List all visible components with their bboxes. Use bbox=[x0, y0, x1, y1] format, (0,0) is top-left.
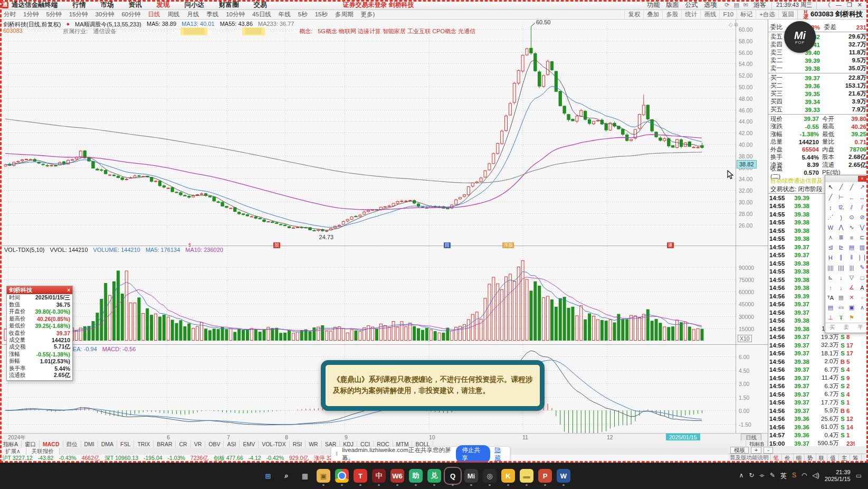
draw-tool-icon-18[interactable]: ∿ bbox=[846, 222, 857, 232]
tool-返回[interactable]: 返回 bbox=[778, 10, 797, 19]
draw-tool-icon-44[interactable]: ᵀA bbox=[825, 293, 836, 303]
taskbar-mi-app[interactable]: Mi bbox=[464, 469, 478, 483]
edition-note[interactable]: 普及版功能说明 bbox=[728, 454, 771, 462]
period-日线[interactable]: 日线 bbox=[144, 10, 164, 19]
taskbar-powerpoint[interactable]: P bbox=[538, 469, 552, 483]
draw-tool-icon-6[interactable]: ← bbox=[846, 192, 857, 202]
draw-tool-icon-52[interactable]: ⊥ bbox=[825, 313, 836, 323]
draw-tool-icon-13[interactable]: ) bbox=[836, 212, 846, 222]
period-30分钟[interactable]: 30分钟 bbox=[92, 10, 118, 19]
sidebar-tab-筹[interactable]: 筹 bbox=[850, 454, 862, 462]
draw-tool-icon-15[interactable]: ⊘ bbox=[857, 212, 867, 222]
draw-tool-icon-22[interactable]: ≡ bbox=[846, 232, 857, 242]
taskbar-wechat[interactable]: 兑 bbox=[427, 469, 441, 483]
titlebar-icon-1[interactable]: ▤ bbox=[733, 2, 739, 8]
notification-icon[interactable]: ▭ bbox=[856, 472, 862, 479]
draw-tool-icon-7[interactable]: ↔ bbox=[857, 192, 867, 202]
draw-tool-icon-23[interactable]: ⊏ bbox=[857, 232, 867, 242]
buy-row[interactable]: 买五39.337.9万 bbox=[768, 106, 868, 114]
period-60分钟[interactable]: 60分钟 bbox=[118, 10, 144, 19]
draw-tool-icon-40[interactable]: ↑ bbox=[825, 283, 836, 293]
draw-tool-icon-50[interactable]: ▣ bbox=[846, 303, 857, 313]
draw-tool-icon-42[interactable]: ∡ bbox=[846, 283, 857, 293]
draw-tool-icon-30[interactable]: ⦀ bbox=[846, 252, 857, 262]
indicator-tab-WR[interactable]: WR bbox=[306, 440, 322, 448]
event-marker-icon[interactable]: 股 bbox=[273, 242, 280, 248]
period-15秒[interactable]: 15秒 bbox=[311, 10, 331, 19]
draw-tool-icon-17[interactable]: ⋀ bbox=[836, 222, 846, 232]
indicator-tab-BRAR[interactable]: BRAR bbox=[154, 440, 176, 448]
draw-tool-icon-45[interactable]: ▦ bbox=[836, 293, 846, 303]
menu-发现[interactable]: 发现 bbox=[149, 0, 177, 10]
indicator-tab-MACD[interactable]: MACD bbox=[40, 440, 63, 448]
period-分时[interactable]: 分时 bbox=[0, 10, 20, 19]
draw-foot-买[interactable]: 买 bbox=[829, 324, 835, 331]
taskbar-start[interactable]: ⊞ bbox=[261, 469, 275, 483]
period-更多)[interactable]: 更多) bbox=[357, 10, 379, 19]
taskbar-clock[interactable]: 21:39 2025/1/15 bbox=[825, 469, 851, 483]
draw-tool-icon-47[interactable]: ▫ bbox=[857, 293, 867, 303]
draw-tool-icon-11[interactable]: ⫽ bbox=[857, 202, 867, 212]
sidebar-tab-笔[interactable]: 笔 bbox=[771, 454, 783, 462]
indicator-tab-OBV[interactable]: OBV bbox=[205, 440, 224, 448]
titlebar-icon-0[interactable]: ⟳ bbox=[724, 2, 729, 8]
window-button-0[interactable]: 《 bbox=[822, 0, 833, 10]
indicator-tab-RSI[interactable]: RSI bbox=[290, 440, 306, 448]
draw-tool-icon-21[interactable]: ≣ bbox=[836, 232, 846, 242]
draw-tool-icon-33[interactable]: |||| bbox=[836, 262, 846, 272]
tray-ime-lang-icon[interactable]: 英 bbox=[780, 472, 787, 481]
indicator-tab-ASI[interactable]: ASI bbox=[224, 440, 240, 448]
taskbar-wind[interactable]: W6 bbox=[390, 469, 404, 483]
tray-wifi-icon[interactable]: ◠ bbox=[802, 472, 807, 481]
taskbar-red-app[interactable]: 中 bbox=[372, 469, 386, 483]
indicator-tab-CR[interactable]: CR bbox=[176, 440, 190, 448]
tool-复权[interactable]: 复权 bbox=[624, 10, 643, 19]
draw-tool-icon-39[interactable]: □ bbox=[857, 272, 867, 283]
draw-tool-icon-19[interactable]: ⋁ bbox=[857, 222, 867, 232]
draw-tool-icon-8[interactable]: ↕ bbox=[825, 202, 836, 212]
period-5秒[interactable]: 5秒 bbox=[294, 10, 311, 19]
btn-+[interactable]: + bbox=[751, 447, 761, 454]
tool-多股[interactable]: 多股 bbox=[662, 10, 681, 19]
draw-tool-icon-25[interactable]: ⊵ bbox=[836, 242, 846, 252]
draw-tool-icon-49[interactable]: ▭ bbox=[836, 303, 846, 313]
draw-tool-icon-26[interactable]: ▤ bbox=[846, 242, 857, 252]
indicator-tab-FSL[interactable]: FSL bbox=[117, 440, 134, 448]
bottom-tab-关联报价[interactable]: 关联报价 bbox=[26, 448, 60, 455]
menu-版面[interactable]: 版面 bbox=[663, 1, 681, 10]
sidebar-tab-价[interactable]: 价 bbox=[782, 454, 794, 462]
draw-tool-icon-14[interactable]: ⊙ bbox=[846, 212, 857, 222]
draw-tool-icon-54[interactable]: ⚑ bbox=[846, 313, 857, 323]
taskbar-green-app[interactable]: 助 bbox=[409, 469, 423, 483]
tool-统计[interactable]: 统计 bbox=[681, 10, 700, 19]
period-5分钟[interactable]: 5分钟 bbox=[42, 10, 65, 19]
draw-tool-icon-12[interactable]: ⋰ bbox=[825, 212, 836, 222]
draw-tool-icon-48[interactable]: ▤ bbox=[825, 303, 836, 313]
buy-row[interactable]: 买二39.36153.1万 bbox=[768, 82, 868, 90]
sidebar-tab-细[interactable]: 细 bbox=[794, 454, 805, 462]
tray-sogou-icon[interactable]: S bbox=[792, 472, 796, 481]
tray-mic-icon[interactable]: ⌯ bbox=[759, 472, 765, 481]
draw-tool-icon-4[interactable]: ╱ bbox=[825, 192, 836, 202]
indicator-tab-归位[interactable]: 归位 bbox=[63, 440, 81, 448]
indicator-tab-EMV[interactable]: EMV bbox=[240, 440, 259, 448]
draw-tool-icon-24[interactable]: ⊴ bbox=[825, 242, 836, 252]
draw-tool-icon-35[interactable]: ✎ bbox=[857, 262, 867, 272]
buy-row[interactable]: 买三39.3521.6万 bbox=[768, 90, 868, 98]
draw-tool-icon-5[interactable]: ⊢ bbox=[836, 192, 846, 202]
menu-市场[interactable]: 市场 bbox=[93, 0, 121, 10]
window-button-1[interactable]: — bbox=[833, 0, 844, 10]
tool-F10[interactable]: F10 bbox=[719, 10, 737, 19]
tool-叠加[interactable]: 叠加 bbox=[643, 10, 662, 19]
taskbar-chrome[interactable] bbox=[335, 469, 349, 483]
sell-row[interactable]: 卖四39.4132.7万 bbox=[768, 41, 868, 49]
draw-foot-卖[interactable]: 卖 bbox=[844, 324, 849, 331]
buy-row[interactable]: 买四39.343.9万 bbox=[768, 98, 868, 106]
tray-pen-icon[interactable]: ✎ bbox=[770, 472, 775, 481]
bottom-tab-扩展∧[interactable]: 扩展∧ bbox=[0, 448, 26, 455]
period-周线[interactable]: 周线 bbox=[164, 10, 183, 19]
indicator-tab-VR[interactable]: VR bbox=[191, 440, 206, 448]
draw-tool-icon-46[interactable]: ✕ bbox=[846, 293, 857, 303]
draw-tool-icon-0[interactable]: ↖ bbox=[825, 182, 836, 192]
sell-row[interactable]: 卖三39.4011.8万 bbox=[768, 49, 868, 57]
